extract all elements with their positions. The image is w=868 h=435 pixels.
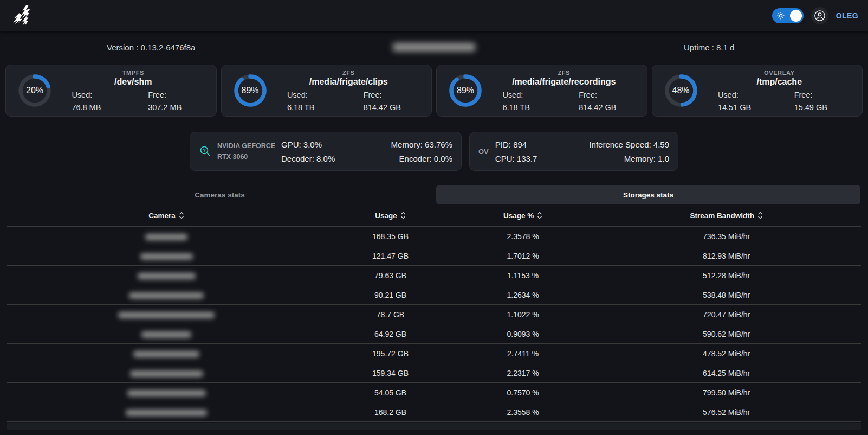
sun-icon xyxy=(777,12,785,20)
storage-card: 89% ZFS /media/frigate/clips Used: 6.18 … xyxy=(221,65,432,117)
sort-icon[interactable] xyxy=(537,211,542,220)
used-value: 6.18 TB xyxy=(502,103,530,112)
usage-cell: 168.2 GB xyxy=(326,408,455,417)
gauge-percent-label: 20% xyxy=(17,73,53,108)
storage-card: 89% ZFS /media/frigate/recordings Used: … xyxy=(436,65,647,117)
detector-inference-stat: Inference Speed: 4.59 xyxy=(589,140,669,149)
usage-cell: 64.92 GB xyxy=(326,330,455,338)
toggle-knob[interactable] xyxy=(790,10,802,22)
sort-icon[interactable] xyxy=(179,211,184,220)
gpu-name-label: NVIDIA GEFORCE RTX 3060 xyxy=(217,140,281,162)
fs-type-label: ZFS xyxy=(342,69,355,76)
column-header[interactable]: Camera xyxy=(7,211,326,220)
detector-pid-stat: PID: 894 xyxy=(495,140,582,149)
free-label: Free: xyxy=(579,91,597,99)
bandwidth-cell: 812.93 MiB/hr xyxy=(591,252,861,260)
table-row[interactable]: 159.34 GB 2.2317 % 614.25 MiB/hr xyxy=(7,363,861,382)
gauge-percent-label: 48% xyxy=(663,73,699,108)
usage-cell: 195.72 GB xyxy=(326,349,455,358)
camera-name-redacted xyxy=(127,390,206,396)
bandwidth-cell: 478.52 MiB/hr xyxy=(591,349,861,358)
column-header[interactable]: Usage xyxy=(326,211,455,220)
free-value: 814.42 GB xyxy=(364,103,401,112)
camera-name-redacted xyxy=(118,312,215,318)
hardware-stats-row: ? NVIDIA GEFORCE RTX 3060 GPU: 3.0% Deco… xyxy=(0,132,868,171)
gpu-card: ? NVIDIA GEFORCE RTX 3060 GPU: 3.0% Deco… xyxy=(190,132,462,171)
used-value: 14.51 GB xyxy=(718,103,751,112)
table-row[interactable]: 78.7 GB 1.1022 % 720.47 MiB/hr xyxy=(7,304,861,324)
frigate-logo-icon xyxy=(10,4,35,28)
bandwidth-cell: 720.47 MiB/hr xyxy=(591,310,861,319)
gauge-percent-label: 89% xyxy=(232,73,268,108)
table-row[interactable]: 64.92 GB 0.9093 % 590.62 MiB/hr xyxy=(7,324,861,343)
camera-name-redacted xyxy=(141,331,191,338)
usage-cell: 54.05 GB xyxy=(326,388,455,397)
mount-path-label: /media/frigate/recordings xyxy=(512,77,616,87)
bandwidth-cell: 614.25 MiB/hr xyxy=(591,369,861,378)
usage-cell: 90.21 GB xyxy=(326,291,455,299)
stats-tabs: Cameras stats Storages stats xyxy=(8,185,860,204)
column-header[interactable]: Usage % xyxy=(455,211,591,220)
usage-cell: 78.7 GB xyxy=(326,310,455,319)
table-row[interactable]: 121.47 GB 1.7012 % 812.93 MiB/hr xyxy=(7,246,861,265)
usage-percent-cell: 1.2634 % xyxy=(455,291,591,299)
table-body: 168.35 GB 2.3578 % 736.35 MiB/hr 121.47 … xyxy=(7,226,861,422)
usage-percent-cell: 0.7570 % xyxy=(455,388,591,397)
fs-type-label: OVERLAY xyxy=(764,69,794,76)
usage-gauge: 89% xyxy=(448,73,483,108)
svg-text:?: ? xyxy=(203,148,205,153)
storage-card: 48% OVERLAY /tmp/cache Used: 14.51 GB Fr… xyxy=(652,65,863,117)
usage-percent-cell: 2.2317 % xyxy=(455,369,591,378)
mount-path-label: /dev/shm xyxy=(114,77,152,87)
free-label: Free: xyxy=(364,91,382,99)
mount-path-label: /tmp/cache xyxy=(756,77,802,87)
used-label: Used: xyxy=(502,91,523,99)
usage-percent-cell: 1.1022 % xyxy=(455,310,591,319)
usage-percent-cell: 2.3558 % xyxy=(455,408,591,417)
fs-type-label: TMPFS xyxy=(122,69,144,76)
usage-gauge: 48% xyxy=(663,73,699,108)
detector-cpu-stat: CPU: 133.7 xyxy=(495,154,582,163)
top-navbar: OLEG xyxy=(0,0,868,31)
usage-percent-cell: 2.3578 % xyxy=(455,232,591,241)
storages-stats-table: Camera Usage Usage % Stream Bandwidth xyxy=(7,204,861,422)
detector-card: OV PID: 894 CPU: 133.7 Inference Speed: … xyxy=(469,132,678,171)
table-row[interactable]: 168.2 GB 2.3558 % 576.52 MiB/hr xyxy=(7,402,861,421)
table-row[interactable]: 79.63 GB 1.1153 % 512.28 MiB/hr xyxy=(7,265,861,285)
gauge-percent-label: 89% xyxy=(448,73,483,108)
gpu-query-icon: ? xyxy=(199,145,212,158)
free-label: Free: xyxy=(794,91,813,99)
camera-name-redacted xyxy=(130,370,203,377)
usage-gauge: 20% xyxy=(17,73,53,108)
table-row[interactable]: 54.05 GB 0.7570 % 799.50 MiB/hr xyxy=(7,382,861,402)
user-icon xyxy=(814,10,826,22)
stats-tab[interactable]: Storages stats xyxy=(436,185,860,204)
bandwidth-cell: 576.52 MiB/hr xyxy=(591,408,861,417)
table-row[interactable]: 195.72 GB 2.7411 % 478.52 MiB/hr xyxy=(7,343,861,363)
sort-icon[interactable] xyxy=(400,211,406,220)
user-avatar-button[interactable] xyxy=(811,7,828,24)
table-row[interactable]: 168.35 GB 2.3578 % 736.35 MiB/hr xyxy=(7,226,861,246)
username-link[interactable]: OLEG xyxy=(836,11,858,20)
sort-icon[interactable] xyxy=(757,211,763,220)
camera-name-redacted xyxy=(140,253,193,260)
camera-name-redacted xyxy=(129,292,204,299)
gpu-decoder-stat: Decoder: 8.0% xyxy=(281,154,367,163)
table-header: Camera Usage Usage % Stream Bandwidth xyxy=(7,204,861,226)
table-row[interactable]: 90.21 GB 1.2634 % 538.48 MiB/hr xyxy=(7,285,861,304)
usage-percent-cell: 0.9093 % xyxy=(455,330,591,338)
camera-name-redacted xyxy=(133,351,199,357)
usage-cell: 121.47 GB xyxy=(326,252,455,260)
storage-cards: 20% TMPFS /dev/shm Used: 76.8 MB Free: 3… xyxy=(5,65,863,117)
stats-tab[interactable]: Cameras stats xyxy=(8,185,432,204)
uptime-label: Uptime : 8.1 d xyxy=(579,43,734,52)
used-label: Used: xyxy=(287,91,308,99)
gpu-encoder-stat: Encoder: 0.0% xyxy=(399,154,452,163)
gpu-usage-stat: GPU: 3.0% xyxy=(281,140,367,149)
theme-toggle[interactable] xyxy=(772,8,804,23)
free-value: 814.42 GB xyxy=(579,103,616,112)
next-section-edge xyxy=(7,423,861,430)
usage-gauge: 89% xyxy=(232,73,268,108)
camera-name-redacted xyxy=(145,234,187,240)
column-header[interactable]: Stream Bandwidth xyxy=(591,211,861,220)
